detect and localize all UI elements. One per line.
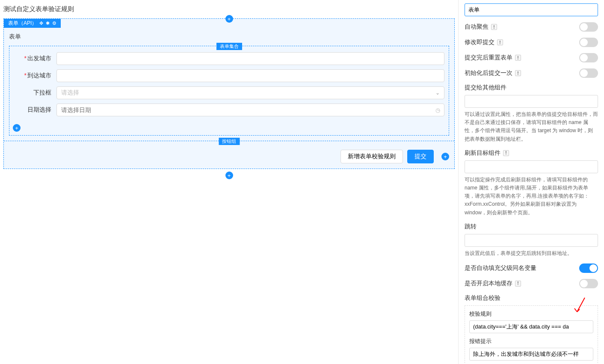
properties-sidebar: 自动聚焦 ! 修改即提交 ! 提交完后重置表单 ! 初始化后提交一次 ! 提交给… <box>459 0 604 364</box>
reload-input[interactable] <box>465 160 598 173</box>
target-help: 可以通过设置此属性，把当前表单的值提交给目标组件，而不是自己来通过接口保存，请填… <box>465 110 598 143</box>
submit-on-change-toggle[interactable] <box>579 38 598 47</box>
form-title: 表单 <box>9 33 449 41</box>
move-icon[interactable]: ✥ <box>39 21 43 26</box>
button-group[interactable]: 按钮组 新增表单校验规则 提交 + <box>4 141 454 169</box>
page-title: 测试自定义表单验证规则 <box>3 3 455 15</box>
add-before-icon[interactable]: + <box>225 15 233 23</box>
settings-icon[interactable]: ✱ <box>46 21 50 26</box>
auto-fill-parent-toggle[interactable] <box>579 263 598 273</box>
dropdown-placeholder: 请选择 <box>61 89 435 97</box>
field-date: 日期选择 ◷ <box>14 104 444 116</box>
label-date: 日期选择 <box>14 106 56 114</box>
label-arrival-city: 到达城市 <box>14 72 56 80</box>
field-arrival-city: 到达城市 <box>14 69 444 82</box>
fieldset-label: 表单集合 <box>216 43 242 50</box>
auto-fill-parent-label: 是否自动填充父级同名变量 <box>465 264 536 272</box>
component-name-input[interactable] <box>465 3 598 16</box>
form-header-label: 表单（API） <box>8 20 37 27</box>
info-icon[interactable]: ! <box>515 281 521 287</box>
field-departure-city: 出发城市 <box>14 52 444 65</box>
submit-button[interactable]: 提交 <box>407 150 434 163</box>
redirect-help: 当设置此值后，表单提交完后跳转到目标地址。 <box>465 249 598 257</box>
clock-icon: ◷ <box>435 107 440 113</box>
info-icon[interactable]: ! <box>515 55 521 61</box>
combo-validation-label: 表单组合校验 <box>465 294 598 302</box>
form-fieldset[interactable]: 表单集合 出发城市 到达城市 下拉框 请选择 ⌄ <box>9 46 449 136</box>
rule-label: 校验规则 <box>469 310 593 318</box>
redirect-input[interactable] <box>465 234 598 247</box>
label-dropdown: 下拉框 <box>14 89 56 97</box>
info-icon[interactable]: ! <box>503 150 509 156</box>
target-input[interactable] <box>465 95 598 108</box>
add-action-icon[interactable]: + <box>441 153 449 160</box>
autofocus-label: 自动聚焦 <box>465 23 489 31</box>
form-header-bar: 表单（API） ✥ ✱ ⚙ <box>4 19 61 28</box>
submit-on-change-label: 修改即提交 <box>465 38 494 46</box>
submit-on-init-toggle[interactable] <box>579 68 598 78</box>
add-after-icon[interactable]: + <box>225 172 233 179</box>
input-departure-city[interactable] <box>56 52 444 65</box>
info-icon[interactable]: ! <box>515 70 521 76</box>
local-cache-toggle[interactable] <box>579 279 598 288</box>
local-cache-label: 是否开启本地缓存 <box>465 280 512 287</box>
input-date[interactable] <box>56 104 444 116</box>
add-validation-rule-button[interactable]: 新增表单校验规则 <box>340 150 403 163</box>
field-dropdown: 下拉框 请选择 ⌄ <box>14 86 444 99</box>
select-dropdown[interactable]: 请选择 ⌄ <box>56 86 444 99</box>
button-group-label: 按钮组 <box>219 138 240 145</box>
redirect-label: 跳转 <box>465 223 598 231</box>
target-label: 提交给其他组件 <box>465 84 598 92</box>
reload-help: 可以指定操作完成后刷新目标组件，请填写目标组件的 name 属性，多个组件请用,… <box>465 176 598 217</box>
info-icon[interactable]: ! <box>497 39 503 45</box>
form-api-container[interactable]: + 表单（API） ✥ ✱ ⚙ 表单 表单集合 出发城市 到达城市 下拉框 <box>3 18 455 169</box>
autofocus-toggle[interactable] <box>579 22 598 32</box>
chevron-down-icon: ⌄ <box>435 90 440 96</box>
validation-rule-card: 校验规则 报错提示 <box>465 305 598 364</box>
msg-label: 报错提示 <box>469 337 593 345</box>
gear-icon[interactable]: ⚙ <box>52 21 56 26</box>
reload-label: 刷新目标组件 <box>465 149 500 157</box>
submit-on-init-label: 初始化后提交一次 <box>465 69 512 77</box>
msg-input[interactable] <box>469 348 593 361</box>
rule-input[interactable] <box>469 320 593 333</box>
reset-after-submit-toggle[interactable] <box>579 53 598 62</box>
reset-after-submit-label: 提交完后重置表单 <box>465 54 512 62</box>
input-arrival-city[interactable] <box>56 69 444 82</box>
label-departure-city: 出发城市 <box>14 55 56 62</box>
add-field-icon[interactable]: + <box>13 124 21 132</box>
info-icon[interactable]: ! <box>491 24 497 30</box>
